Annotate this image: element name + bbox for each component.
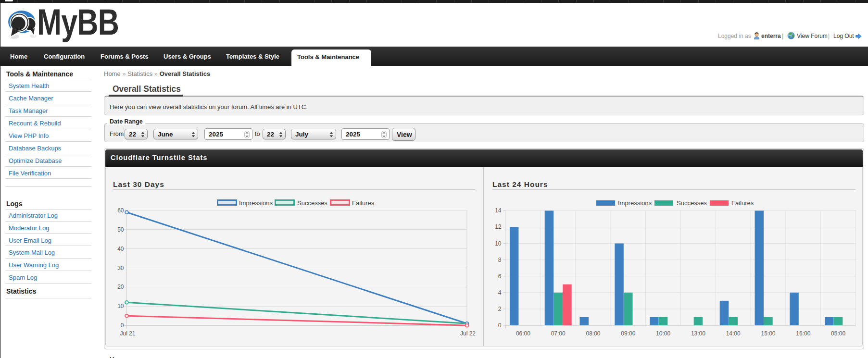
svg-text:10: 10 [495,240,502,247]
svg-text:14: 14 [495,207,502,214]
svg-text:06:00: 06:00 [516,330,530,337]
svg-text:30: 30 [117,265,124,272]
svg-text:15:00: 15:00 [761,330,775,337]
svg-text:Jul 22: Jul 22 [460,330,476,337]
svg-text:09:00: 09:00 [621,330,635,337]
svg-text:08:00: 08:00 [586,330,600,337]
svg-text:40: 40 [117,246,124,252]
svg-text:07:00: 07:00 [551,330,566,337]
svg-text:10:00: 10:00 [656,330,670,337]
svg-text:2: 2 [498,306,502,312]
svg-text:0: 0 [121,322,124,329]
svg-text:10: 10 [117,303,124,309]
svg-text:6: 6 [498,273,502,280]
svg-text:4: 4 [498,289,502,296]
svg-text:20: 20 [117,284,124,290]
svg-text:13:00: 13:00 [691,330,705,337]
svg-text:8: 8 [498,257,502,263]
svg-text:05:00: 05:00 [831,330,845,337]
svg-text:60: 60 [117,207,124,214]
svg-text:0: 0 [498,322,502,329]
svg-text:16:00: 16:00 [796,330,810,337]
svg-text:14:00: 14:00 [726,330,741,337]
svg-text:Jul 21: Jul 21 [120,330,135,337]
svg-text:12: 12 [495,223,502,230]
svg-text:50: 50 [117,226,124,233]
